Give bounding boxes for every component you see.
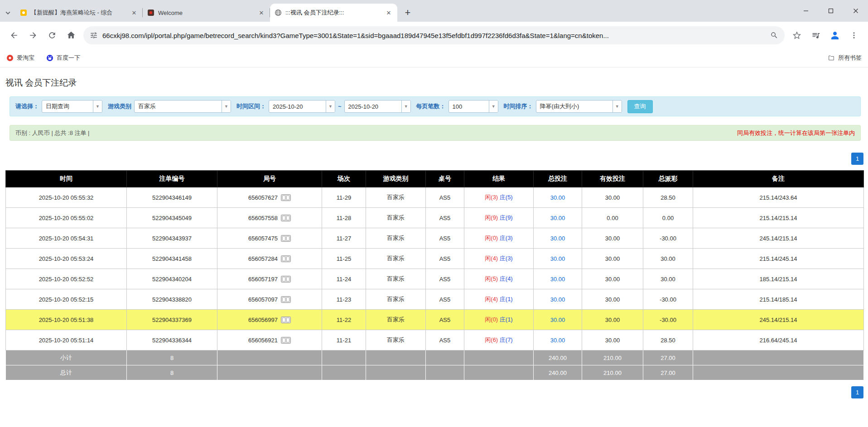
page-1-button[interactable]: 1 [851, 153, 863, 165]
round-result-icon[interactable] [281, 337, 291, 344]
total-bet-link[interactable]: 30.00 [550, 276, 565, 283]
cell-session: 11-28 [322, 208, 366, 228]
date-from-select[interactable]: 2025-10-20 ▼ [269, 100, 335, 113]
window-minimize-icon[interactable] [793, 0, 818, 22]
media-controls-icon[interactable] [807, 27, 825, 44]
query-type-value: 日期查询 [42, 101, 93, 112]
round-result-icon[interactable] [281, 194, 291, 201]
cell-result: 闲(6) 庄(7) [464, 330, 534, 350]
browser-tab-forum[interactable]: 【新提醒】海燕策略论坛 - 综合 ✕ [15, 4, 143, 22]
search-button[interactable]: 查询 [627, 100, 653, 113]
chevron-down-icon: ▼ [401, 101, 410, 112]
window-close-icon[interactable] [843, 0, 868, 22]
sort-order-label: 时间排序： [504, 102, 533, 110]
forward-icon[interactable] [24, 27, 42, 44]
sort-order-value: 降幂(由大到小) [536, 101, 612, 112]
cell-remark: 216.64/245.14 [693, 330, 864, 350]
tab-close-icon[interactable]: ✕ [257, 9, 265, 17]
menu-dots-icon[interactable] [845, 27, 863, 44]
cell-session: 11-24 [322, 269, 366, 289]
cell-result: 闲(9) 庄(9) [464, 208, 534, 228]
tab-search-chevron-icon[interactable] [0, 4, 15, 22]
total-bet-link[interactable]: 30.00 [550, 235, 565, 242]
round-result-icon[interactable] [281, 296, 291, 303]
window-maximize-icon[interactable] [818, 0, 843, 22]
forum-favicon-icon [20, 9, 27, 16]
total-bet-link[interactable]: 30.00 [550, 255, 565, 262]
cell-payout: 28.50 [643, 330, 693, 350]
table-body: 2025-10-20 05:55:32 522904346149 6560576… [6, 187, 864, 350]
zoom-icon[interactable] [770, 31, 778, 39]
tab-close-icon[interactable]: ✕ [130, 9, 138, 17]
profile-avatar-icon[interactable] [826, 27, 844, 44]
grand-total-count: 8 [127, 365, 217, 380]
browser-tab-bet-records[interactable]: :::视讯 会员下注纪录::: ✕ [270, 4, 397, 22]
round-result-icon[interactable] [281, 235, 291, 242]
url-text[interactable]: 66cxkj98.com/ipl/portal.php/game/betreco… [102, 32, 766, 39]
date-to-value: 2025-10-20 [345, 101, 401, 112]
cell-table-no: AS5 [426, 310, 464, 330]
cell-valid-bet: 30.00 [582, 249, 643, 269]
home-icon[interactable] [63, 27, 80, 44]
new-tab-button[interactable]: + [401, 6, 415, 19]
cell-time: 2025-10-20 05:53:24 [6, 249, 127, 269]
date-range-separator: ~ [338, 103, 342, 110]
cell-valid-bet: 30.00 [582, 228, 643, 249]
table-row[interactable]: 2025-10-20 05:51:14 522904336344 6560569… [6, 330, 864, 350]
cell-session: 11-21 [322, 330, 366, 350]
folder-icon [828, 54, 835, 62]
round-number: 656057197 [248, 276, 278, 283]
total-bet-link[interactable]: 30.00 [550, 215, 565, 221]
query-type-select[interactable]: 日期查询 ▼ [42, 100, 102, 113]
bookmark-star-icon[interactable] [788, 27, 805, 44]
back-icon[interactable] [5, 27, 23, 44]
cell-result: 闲(4) 庄(1) [464, 289, 534, 310]
table-footer: 小计 8 240.00 210.00 27.00 总计 8 240.00 210… [6, 350, 864, 380]
game-type-select[interactable]: 百家乐 ▼ [134, 100, 231, 113]
page-size-select[interactable]: 100 ▼ [448, 100, 498, 113]
cell-round: 656057627 [217, 187, 322, 208]
round-result-icon[interactable] [281, 215, 291, 221]
col-bet-id: 注单编号 [127, 171, 217, 187]
bookmark-aitaobao[interactable]: 爱淘宝 [6, 54, 34, 62]
table-row[interactable]: 2025-10-20 05:51:38 522904337369 6560569… [6, 310, 864, 330]
round-result-icon[interactable] [281, 317, 291, 323]
cell-round: 656056921 [217, 330, 322, 350]
page-1-button[interactable]: 1 [851, 386, 863, 398]
table-row[interactable]: 2025-10-20 05:55:32 522904346149 6560576… [6, 187, 864, 208]
cell-remark: 215.14/215.14 [693, 208, 864, 228]
round-result-icon[interactable] [281, 276, 291, 283]
round-result-icon[interactable] [281, 255, 291, 262]
cell-valid-bet: 30.00 [582, 187, 643, 208]
table-row[interactable]: 2025-10-20 05:55:02 522904345049 6560575… [6, 208, 864, 228]
reload-icon[interactable] [43, 27, 61, 44]
cell-total-bet: 30.00 [534, 269, 582, 289]
cell-valid-bet: 30.00 [582, 289, 643, 310]
tab-close-icon[interactable]: ✕ [385, 9, 393, 17]
total-bet-link[interactable]: 30.00 [550, 296, 565, 303]
cell-game-type: 百家乐 [366, 187, 426, 208]
cell-time: 2025-10-20 05:55:32 [6, 187, 127, 208]
address-bar[interactable]: 66cxkj98.com/ipl/portal.php/game/betreco… [83, 26, 785, 44]
result-banker: 庄(9) [500, 214, 513, 221]
total-bet-link[interactable]: 30.00 [550, 317, 565, 323]
result-player: 闲(6) [485, 336, 498, 343]
table-row[interactable]: 2025-10-20 05:53:24 522904341458 6560572… [6, 249, 864, 269]
all-bookmarks[interactable]: 所有书签 [828, 54, 862, 62]
cell-result: 闲(0) 庄(1) [464, 310, 534, 330]
browser-tab-welcome[interactable]: Welcome ✕ [143, 4, 270, 22]
date-to-select[interactable]: 2025-10-20 ▼ [344, 100, 411, 113]
globe-favicon-icon [275, 9, 282, 16]
table-row[interactable]: 2025-10-20 05:52:15 522904338820 6560570… [6, 289, 864, 310]
date-range-label: 时间区间： [236, 102, 266, 110]
round-number: 656057627 [248, 194, 278, 201]
total-bet-link[interactable]: 30.00 [550, 194, 565, 201]
site-settings-tune-icon[interactable] [90, 31, 98, 39]
result-banker: 庄(3) [500, 255, 513, 262]
sort-order-select[interactable]: 降幂(由大到小) ▼ [536, 100, 622, 113]
total-bet-link[interactable]: 30.00 [550, 337, 565, 344]
table-row[interactable]: 2025-10-20 05:54:31 522904343937 6560574… [6, 228, 864, 249]
bookmark-baidu[interactable]: 百度一下 [46, 54, 80, 62]
round-number: 656057558 [248, 215, 278, 221]
table-row[interactable]: 2025-10-20 05:52:52 522904340204 6560571… [6, 269, 864, 289]
